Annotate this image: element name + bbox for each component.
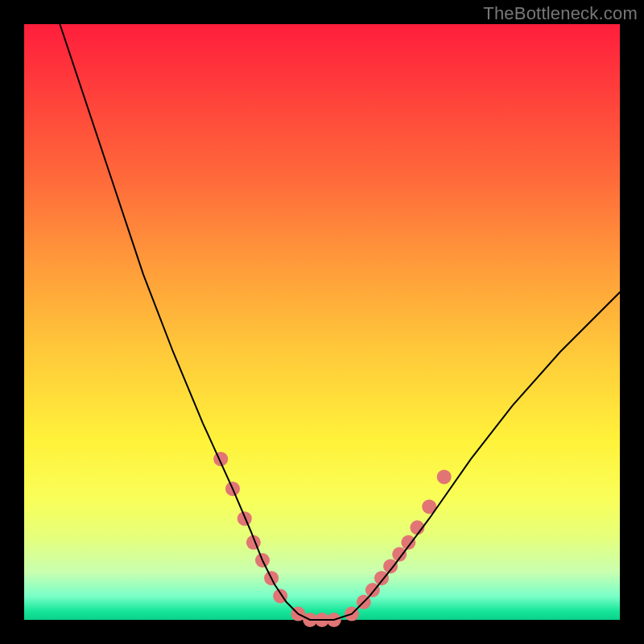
- marker-dot: [437, 469, 452, 484]
- marker-dot: [374, 571, 389, 585]
- bottleneck-curve: [60, 24, 620, 620]
- curve-layer: [24, 24, 620, 620]
- marker-dots: [213, 452, 452, 627]
- watermark-text: TheBottleneck.com: [483, 3, 638, 24]
- chart-frame: TheBottleneck.com: [0, 0, 644, 644]
- marker-dot: [383, 559, 398, 573]
- plot-area: [24, 24, 620, 620]
